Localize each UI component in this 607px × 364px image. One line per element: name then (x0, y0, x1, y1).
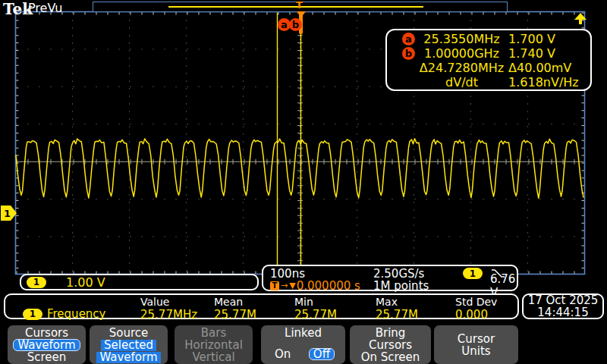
right-arrow-icon: → (281, 281, 288, 290)
cursor-a-voltage: 1.700 V (508, 32, 586, 46)
cursor-readout-box: a 25.3550MHz 1.700 V b 1.00000GHz 1.740 … (385, 29, 592, 91)
menu-bring-cursors-button[interactable]: Bring Cursors On Screen (350, 325, 431, 364)
horizontal-settings-box: 100ns 2.50GS/s 1 T→▼0.000000 s 1M points… (262, 265, 518, 291)
menu-cursors-title: Cursors (8, 327, 86, 339)
menu-source-selected[interactable]: Selected (101, 340, 156, 351)
menu-linked-button[interactable]: Linked On Off (261, 325, 345, 364)
menu-linked-on[interactable]: On (275, 348, 291, 360)
dvdt-label: dV/dt (415, 75, 508, 89)
channel1-scale-box: 1 1.00 V (20, 274, 259, 290)
cursor-b-marker: b (289, 18, 302, 31)
oscilloscope-screen: Tek PreVu T a b 1 a 25.3550MHz 1.700 V b… (0, 0, 607, 364)
value-max: 25.77M (376, 308, 455, 320)
header-stddev: Std Dev (455, 296, 517, 308)
date-label: 17 Oct 2025 (528, 294, 599, 306)
datetime-box: 17 Oct 2025 14:44:15 (522, 293, 604, 319)
cursor-a-row: a 25.3550MHz 1.700 V (392, 32, 586, 46)
trigger-t-icon: T (270, 281, 279, 290)
time-label: 14:44:15 (537, 306, 588, 318)
trigger-source-badge: 1 (463, 268, 483, 279)
menu-bars-title: Bars (175, 327, 253, 339)
menu-linked-off[interactable]: Off (309, 348, 335, 360)
dvdt-value: 1.618nV/Hz (508, 75, 586, 89)
menu-linked-title: Linked (261, 327, 345, 339)
cursor-b-frequency: 1.00000GHz (415, 46, 508, 61)
menu-source-waveform[interactable]: Waveform (96, 352, 160, 363)
channel1-waveform (16, 139, 583, 198)
header-value: Value (140, 296, 214, 308)
cursor-delta-frequency: Δ24.7280MHz (415, 61, 508, 75)
cursor-delta-row: Δ24.7280MHz Δ40.00mV (392, 61, 586, 75)
value-value: 25.77MHz (140, 308, 214, 320)
menu-source-title: Source (90, 327, 168, 339)
menu-bars-horizontal: Horizontal (175, 339, 253, 351)
trigger-level-offscreen-arrow-stem (579, 20, 582, 24)
menu-bring-line3: On Screen (350, 351, 431, 363)
value-min: 25.77M (294, 308, 376, 320)
cursor-b-row: b 1.00000GHz 1.740 V (392, 46, 586, 61)
trigger-level-offscreen-arrow-icon (574, 13, 587, 20)
trigger-position-value: 0.000000 s (297, 279, 360, 293)
cursor-a-frequency: 25.3550MHz (415, 32, 508, 46)
cursor-b-voltage: 1.740 V (508, 46, 586, 61)
menu-cursors-option-screen[interactable]: Screen (8, 351, 86, 363)
sample-rate: 2.50GS/s (373, 267, 463, 280)
trigger-level-value: 6.76 V (463, 280, 517, 291)
acquisition-status: PreVu (28, 1, 62, 15)
header-mean: Mean (214, 296, 294, 308)
menu-units-line2: Units (434, 345, 518, 357)
record-length: 1M points (373, 280, 463, 291)
down-triangle-icon: ▼ (289, 281, 295, 290)
cursor-b-badge-icon: b (402, 47, 415, 60)
cursor-delta-voltage: Δ40.00mV (508, 61, 586, 75)
measurement-name: Frequency (47, 307, 106, 321)
cursor-dvdt-row: dV/dt 1.618nV/Hz (392, 75, 586, 89)
time-per-div: 100ns (270, 267, 373, 280)
measurement-box: 1 Frequency Value Mean Min Max Std Dev 2… (4, 293, 519, 319)
menu-bars-vertical: Vertical (175, 351, 253, 363)
value-stddev: 0.000 (455, 308, 517, 320)
value-mean: 25.77M (214, 308, 294, 320)
menu-cursors-button[interactable]: Cursors Waveform Screen (8, 325, 86, 364)
header-max: Max (376, 296, 455, 308)
cursor-a-badge-icon: a (402, 33, 415, 46)
menu-cursor-units-button[interactable]: Cursor Units (434, 325, 518, 364)
measurement-channel-badge: 1 (23, 309, 42, 320)
channel1-badge: 1 (27, 277, 46, 288)
channel1-volts-per-div: 1.00 V (66, 275, 105, 290)
menu-bring-line1: Bring (350, 327, 431, 339)
menu-cursors-option-waveform[interactable]: Waveform (13, 339, 80, 351)
menu-units-line1: Cursor (434, 333, 518, 345)
header-min: Min (294, 296, 376, 308)
menu-bring-line2: Cursors (350, 339, 431, 351)
menu-bars-button: Bars Horizontal Vertical (175, 325, 253, 364)
trigger-position-t-icon: T (296, 0, 303, 11)
menu-source-button[interactable]: Source Selected Waveform (90, 325, 168, 364)
measurement-label: 1 Frequency (23, 308, 140, 320)
trigger-position-cell: T→▼0.000000 s (270, 280, 373, 291)
